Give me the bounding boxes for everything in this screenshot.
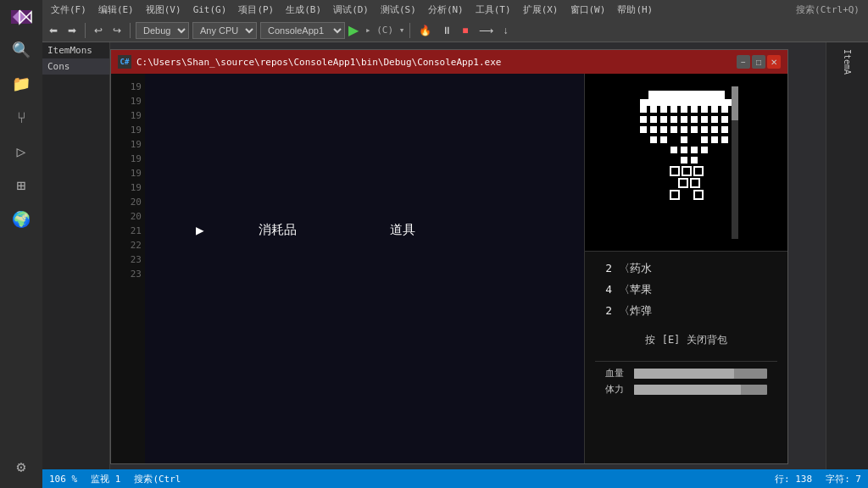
minimize-button[interactable]: − [737,55,750,69]
solution-item-itemmons[interactable]: ItemMons [42,42,109,58]
line-num-9: 20 [114,196,142,209]
status-bar-bottom: 106 % 监视 1 搜索(Ctrl 行: 138 字符: 7 [42,469,868,488]
svg-rect-32 [701,136,708,143]
menu-extensions[interactable]: 扩展(X) [518,2,564,18]
svg-rect-31 [681,136,687,143]
svg-rect-46 [670,191,679,199]
svg-rect-9 [711,106,718,113]
search-box[interactable]: 搜索(Ctrl+Q) [791,2,865,18]
activity-bar: 🔍 📁 ⑂ ▷ ⊞ 🌍 ⚙ [0,0,42,488]
status-bars: 血量 体力 [595,361,777,406]
explorer-icon[interactable]: 📁 [6,68,36,98]
hp-bar-background [634,369,767,379]
step-into-btn[interactable]: ↓ [500,23,512,38]
profile-icon[interactable]: ⚙ [6,451,36,481]
window-controls: − □ ✕ [737,55,781,69]
line-num-2: 19 [114,95,142,108]
stop-btn[interactable]: ■ [459,23,471,38]
menu-test[interactable]: 测试(S) [376,2,421,18]
menu-view[interactable]: 视图(V) [141,2,186,18]
menu-window[interactable]: 窗口(W) [565,2,611,18]
menu-edit[interactable]: 编辑(E) [93,2,139,18]
earth-icon[interactable]: 🌍 [6,203,36,234]
line-num-4: 19 [114,124,142,137]
menu-file[interactable]: 文件(F) [46,2,92,18]
pause-btn[interactable]: ⏸ [438,23,455,38]
line-num-11: 21 [114,225,142,238]
menu-category-consumables[interactable]: 消耗品 [259,222,297,238]
redo-btn[interactable]: ↪ [109,23,125,38]
svg-rect-18 [711,116,718,123]
game-right-panel: 2 〈药水 4 〈苹果 2 〈炸弹 按 [E] 关闭背包 血量 [584,74,787,463]
menu-project[interactable]: 项目(P) [233,2,279,18]
maximize-button[interactable]: □ [752,55,765,69]
mp-label: 体力 [605,383,629,396]
svg-rect-30 [660,136,667,143]
line-num-1: 19 [114,80,142,94]
menu-debug[interactable]: 调试(D) [328,2,374,18]
svg-rect-6 [681,106,687,113]
svg-rect-36 [681,147,687,153]
search-sidebar-icon[interactable]: 🔍 [6,34,36,64]
menu-git[interactable]: Git(G) [188,3,232,17]
svg-rect-1 [640,99,733,106]
svg-rect-23 [670,126,677,133]
menu-help[interactable]: 帮助(H) [612,2,658,18]
step-over-btn[interactable]: ⟶ [476,23,497,38]
inventory-item-2[interactable]: 2 〈炸弹 [595,302,777,320]
solution-sidebar: ItemMons Cons [42,42,110,488]
svg-rect-34 [721,136,728,143]
status-char: 字符: 7 [826,473,861,485]
item-1-name: 〈苹果 [619,281,652,299]
svg-rect-17 [701,116,708,123]
debug-config-select[interactable]: Debug [136,22,189,39]
menu-build[interactable]: 生成(B) [281,2,326,18]
svg-rect-25 [691,126,698,133]
forward-btn[interactable]: ➡ [64,23,80,38]
svg-rect-35 [670,147,677,153]
start-debug-button[interactable]: ▶ [348,22,359,38]
menu-analyze[interactable]: 分析(N) [423,2,469,18]
svg-rect-12 [650,116,657,123]
project-select[interactable]: ConsoleApp1 [260,22,345,39]
undo-btn[interactable]: ↩ [91,23,106,38]
hot-reload-btn[interactable]: 🔥 [415,23,435,38]
console-window: C# C:\Users\Shan_\source\repos\ConsoleAp… [110,49,788,464]
extensions-icon[interactable]: ⊞ [6,169,36,200]
svg-rect-44 [679,179,687,187]
menu-categories: ▶ 消耗品 道具 [196,222,415,238]
svg-rect-45 [691,179,699,187]
inventory-item-1[interactable]: 4 〈苹果 [595,281,777,299]
menu-bar: 文件(F) 编辑(E) 视图(V) Git(G) 项目(P) 生成(B) 调试(… [42,0,868,19]
menu-category-tools[interactable]: 道具 [390,222,415,238]
debug-icon[interactable]: ▷ [6,136,36,166]
game-main-area: 19 19 19 19 19 19 19 19 20 20 21 22 23 2… [111,74,584,463]
svg-rect-41 [670,167,679,175]
svg-rect-5 [670,106,677,113]
svg-rect-19 [721,116,728,123]
inventory-menu: ▶ 消耗品 道具 [196,222,415,238]
close-button[interactable]: ✕ [767,55,781,69]
inventory-list: 2 〈药水 4 〈苹果 2 〈炸弹 按 [E] 关闭背包 血量 [585,252,787,463]
svg-rect-13 [660,116,667,123]
status-search[interactable]: 搜索(Ctrl [134,473,181,485]
line-num-12: 22 [114,239,142,252]
right-panel-label: ItemA [839,46,855,78]
back-btn[interactable]: ⬅ [46,23,61,38]
git-icon[interactable]: ⑂ [6,102,36,132]
line-num-7: 19 [114,167,142,180]
svg-rect-4 [660,106,667,113]
svg-rect-40 [691,157,698,164]
line-num-13: 23 [114,253,142,267]
mp-bar-fill [634,385,741,395]
line-num-8: 19 [114,181,142,195]
svg-rect-37 [691,147,698,153]
svg-rect-2 [640,106,647,113]
platform-select[interactable]: Any CPU [192,22,257,39]
menu-tools[interactable]: 工具(T) [470,2,516,18]
solution-item-cons[interactable]: Cons [42,58,109,75]
line-numbers: 19 19 19 19 19 19 19 19 20 20 21 22 23 2… [111,74,145,463]
console-titlebar: C# C:\Users\Shan_\source\repos\ConsoleAp… [111,50,787,74]
inventory-item-0[interactable]: 2 〈药水 [595,260,777,278]
console-body: 19 19 19 19 19 19 19 19 20 20 21 22 23 2… [111,74,787,463]
